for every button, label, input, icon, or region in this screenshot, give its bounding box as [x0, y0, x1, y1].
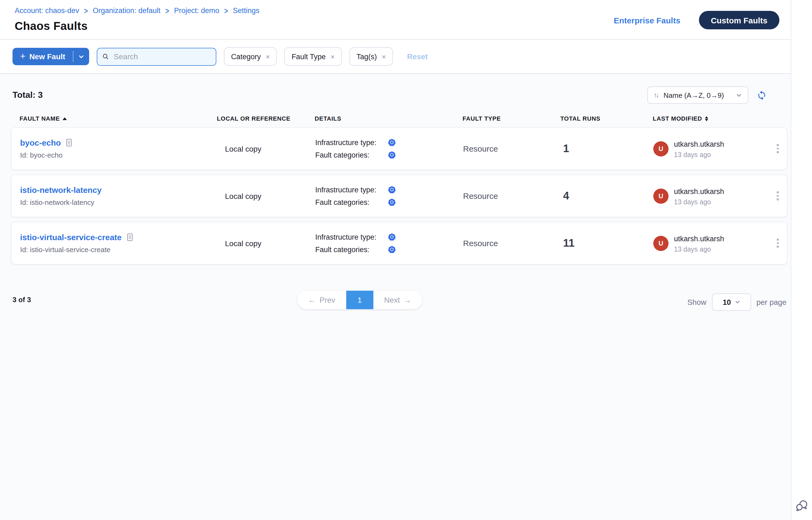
close-icon[interactable]: × [266, 52, 270, 60]
total-count: Total: 3 [12, 90, 43, 100]
fault-name-link[interactable]: istio-virtual-service-create [20, 233, 122, 242]
page-header: Account: chaos-dev > Organization: defau… [0, 0, 791, 40]
filter-category[interactable]: Category × [224, 47, 277, 66]
sort-updown-icon [705, 116, 708, 121]
sort-dropdown-value: Name (A→Z, 0→9) [664, 91, 724, 99]
last-modified-cell: U utkarsh.utkarsh 13 days ago [653, 233, 767, 253]
fault-name-link[interactable]: byoc-echo [20, 138, 61, 147]
search-box [97, 48, 216, 66]
column-last-modified[interactable]: LAST MODIFIED [653, 115, 767, 122]
refresh-icon [757, 90, 767, 100]
reset-filters-button[interactable]: Reset [407, 52, 428, 61]
copy-icon[interactable] [66, 138, 72, 147]
new-fault-button[interactable]: + New Fault [12, 48, 73, 65]
chat-bubbles-icon [795, 499, 808, 512]
column-fault-type: FAULT TYPE [462, 115, 560, 122]
main-column: Account: chaos-dev > Organization: defau… [0, 0, 791, 520]
chat-widget-button[interactable] [795, 499, 808, 515]
fault-id: Id: byoc-echo [20, 151, 218, 159]
table-row[interactable]: istio-network-latency Id: istio-network-… [11, 175, 788, 217]
new-fault-label: New Fault [29, 52, 65, 61]
modified-date: 13 days ago [674, 198, 724, 206]
page-1-button[interactable]: 1 [346, 291, 373, 309]
prev-page-button[interactable]: ← Prev [297, 291, 346, 309]
kubernetes-icon [388, 198, 396, 206]
modified-date: 13 days ago [674, 151, 724, 158]
total-runs-cell: 1 [561, 142, 653, 155]
fault-name-cell: byoc-echo Id: byoc-echo [11, 138, 218, 159]
show-label: Show [687, 298, 706, 307]
arrow-left-icon: ← [308, 295, 316, 304]
column-total-runs: TOTAL RUNS [560, 115, 653, 122]
breadcrumb-separator-icon: > [165, 6, 169, 15]
fault-categories-label: Fault categories: [315, 245, 382, 254]
next-page-button[interactable]: Next → [373, 291, 422, 309]
sort-controls: ↑↓ Name (A→Z, 0→9) [647, 86, 767, 104]
details-cell: Infrastructure type: Fault categories: [315, 233, 463, 254]
infrastructure-type-label: Infrastructure type: [315, 233, 382, 241]
toolbar: + New Fault Category × Fault Type [0, 40, 791, 74]
filter-tags[interactable]: Tag(s) × [350, 47, 393, 66]
page-size-select[interactable]: 10 [712, 293, 751, 311]
custom-faults-tab[interactable]: Custom Faults [699, 11, 779, 29]
kubernetes-icon [388, 245, 396, 253]
breadcrumb-project[interactable]: Project: demo [174, 6, 219, 15]
details-cell: Infrastructure type: Fault categories: [315, 138, 463, 159]
chevron-down-icon [736, 92, 742, 98]
modified-by: utkarsh.utkarsh [674, 234, 724, 243]
column-fault-name-label: FAULT NAME [20, 115, 60, 122]
fault-categories-label: Fault categories: [315, 198, 382, 206]
table-row[interactable]: istio-virtual-service-create Id: istio-v… [11, 222, 788, 265]
avatar: U [653, 236, 668, 251]
breadcrumb-organization[interactable]: Organization: default [93, 6, 160, 15]
local-or-reference-cell: Local copy [218, 191, 315, 200]
sort-arrows-icon: ↑↓ [654, 91, 658, 99]
copy-icon[interactable] [127, 233, 133, 241]
total-runs-cell: 11 [561, 237, 653, 250]
content-area: Total: 3 ↑↓ Name (A→Z, 0→9) [0, 74, 791, 520]
filter-category-label: Category [231, 52, 261, 60]
chaos-faults-page: Account: chaos-dev > Organization: defau… [0, 0, 812, 520]
new-fault-split-button: + New Fault [12, 48, 89, 65]
row-menu-button[interactable] [767, 188, 788, 204]
sort-dropdown[interactable]: ↑↓ Name (A→Z, 0→9) [647, 86, 749, 104]
column-last-modified-label: LAST MODIFIED [653, 115, 702, 122]
refresh-button[interactable] [757, 90, 767, 100]
fault-name-link[interactable]: istio-network-latency [20, 185, 102, 194]
pagination-row: 3 of 3 ← Prev 1 Next → Show 10 [0, 290, 791, 310]
last-modified-cell: U utkarsh.utkarsh 13 days ago [653, 186, 767, 206]
enterprise-faults-tab[interactable]: Enterprise Faults [614, 16, 681, 25]
column-details: DETAILS [315, 115, 462, 122]
fault-id: Id: istio-network-latency [20, 198, 218, 206]
column-local-or-reference: LOCAL OR REFERENCE [217, 115, 315, 122]
row-menu-button[interactable] [767, 236, 788, 251]
breadcrumb-account[interactable]: Account: chaos-dev [15, 6, 79, 15]
avatar: U [653, 141, 668, 156]
table-header-row: FAULT NAME LOCAL OR REFERENCE DETAILS FA… [11, 115, 788, 122]
list-header: Total: 3 ↑↓ Name (A→Z, 0→9) [12, 86, 767, 104]
breadcrumb-settings[interactable]: Settings [233, 6, 259, 15]
total-runs-cell: 4 [561, 190, 653, 202]
next-label: Next [384, 295, 400, 304]
arrow-right-icon: → [404, 295, 411, 304]
fault-type-cell: Resource [463, 144, 561, 153]
table-row[interactable]: byoc-echo Id: byoc-echo Local copy Infra… [11, 127, 788, 170]
column-fault-name[interactable]: FAULT NAME [11, 115, 217, 122]
close-icon[interactable]: × [330, 52, 334, 60]
kubernetes-icon [388, 186, 396, 193]
new-fault-dropdown-button[interactable] [73, 48, 89, 65]
kubernetes-icon [388, 151, 396, 159]
filter-chips: Category × Fault Type × Tag(s) × [224, 47, 393, 66]
pagination-summary: 3 of 3 [12, 295, 31, 304]
breadcrumb-separator-icon: > [84, 6, 88, 15]
breadcrumb-separator-icon: > [224, 6, 228, 15]
fault-categories-label: Fault categories: [315, 151, 382, 159]
filter-fault-type[interactable]: Fault Type × [284, 47, 342, 66]
fault-name-cell: istio-virtual-service-create Id: istio-v… [11, 233, 218, 254]
search-input[interactable] [113, 52, 211, 61]
page-size-value: 10 [722, 298, 731, 306]
close-icon[interactable]: × [382, 52, 386, 60]
kubernetes-icon [388, 138, 396, 146]
row-menu-button[interactable] [767, 141, 788, 156]
prev-label: Prev [320, 295, 335, 304]
